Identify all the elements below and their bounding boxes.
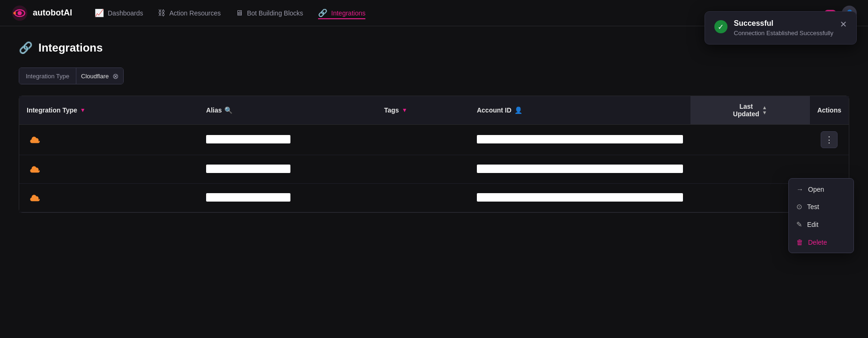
toast-success-icon: ✓ bbox=[714, 20, 727, 33]
action-resources-icon: ⛓ bbox=[158, 9, 165, 17]
page-title: Integrations bbox=[38, 41, 103, 54]
alias-redacted-3 bbox=[206, 193, 290, 202]
account-id-redacted-3 bbox=[477, 193, 683, 202]
filter-badge: Integration Type Cloudflare ⊗ bbox=[19, 68, 124, 84]
table-row bbox=[19, 184, 849, 212]
last-updated-sort-icon[interactable]: ▲ ▼ bbox=[762, 105, 767, 115]
dropdown-open-label: Open bbox=[808, 186, 824, 193]
account-id-person-icon: 👤 bbox=[514, 106, 522, 114]
open-icon: → bbox=[796, 185, 803, 193]
cloudflare-icon-2 bbox=[27, 162, 42, 177]
filter-type-label: Integration Type bbox=[19, 68, 76, 84]
table-row bbox=[19, 155, 849, 184]
th-integration-type-label: Integration Type bbox=[27, 106, 77, 114]
nav-item-dashboards[interactable]: 📈 Dashboards bbox=[95, 7, 143, 19]
dropdown-edit[interactable]: ✎ Edit bbox=[789, 216, 853, 233]
filter-value-text: Cloudflare bbox=[81, 73, 109, 80]
toast-close-button[interactable]: ✕ bbox=[840, 19, 847, 30]
svg-point-3 bbox=[14, 12, 16, 14]
page-content: 🔗 Integrations Integration Type Cloudfla… bbox=[0, 26, 868, 228]
svg-point-2 bbox=[18, 11, 22, 15]
th-actions: Actions bbox=[810, 96, 849, 125]
td-account-id-3 bbox=[469, 184, 690, 212]
td-alias-2 bbox=[199, 155, 377, 184]
integration-type-filter-icon[interactable]: ▼ bbox=[80, 107, 86, 113]
th-integration-type: Integration Type ▼ bbox=[19, 96, 199, 125]
td-integration-type-2 bbox=[19, 155, 199, 184]
dropdown-delete[interactable]: 🗑 Delete bbox=[789, 233, 853, 251]
integrations-icon: 🔗 bbox=[318, 8, 327, 17]
toast-message: Connection Established Successfully bbox=[734, 30, 833, 37]
nav-label-bot-building-blocks: Bot Building Blocks bbox=[247, 9, 303, 17]
kebab-menu-button-1[interactable]: ⋮ bbox=[821, 131, 838, 148]
cloudflare-icon-3 bbox=[27, 190, 42, 205]
dropdown-edit-label: Edit bbox=[807, 221, 818, 228]
integrations-table: Integration Type ▼ Alias 🔍 Tags ▼ bbox=[19, 96, 849, 213]
filter-value: Cloudflare ⊗ bbox=[76, 68, 123, 84]
alias-redacted-1 bbox=[206, 135, 290, 143]
td-tags-2 bbox=[377, 155, 469, 184]
alias-search-icon[interactable]: 🔍 bbox=[224, 106, 232, 114]
nav-label-dashboards: Dashboards bbox=[108, 9, 143, 17]
td-alias-3 bbox=[199, 184, 377, 212]
dropdown-test-label: Test bbox=[807, 203, 819, 210]
dropdown-open[interactable]: → Open bbox=[789, 180, 853, 198]
delete-icon: 🗑 bbox=[796, 238, 803, 246]
td-account-id-1 bbox=[469, 125, 690, 155]
dropdown-test[interactable]: ⊙ Test bbox=[789, 198, 853, 216]
table-row: ⋮ bbox=[19, 125, 849, 155]
td-tags-3 bbox=[377, 184, 469, 212]
dropdown-delete-label: Delete bbox=[808, 239, 827, 246]
dashboards-icon: 📈 bbox=[95, 8, 104, 17]
toast-title: Successful bbox=[734, 19, 833, 28]
filter-row: Integration Type Cloudflare ⊗ bbox=[19, 68, 849, 84]
context-dropdown-menu: → Open ⊙ Test ✎ Edit 🗑 Delete bbox=[788, 178, 854, 253]
th-last-updated: LastUpdated ▲ ▼ bbox=[690, 96, 810, 125]
alias-redacted-2 bbox=[206, 165, 290, 173]
nav-item-action-resources[interactable]: ⛓ Action Resources bbox=[158, 7, 221, 19]
table-header-row: Integration Type ▼ Alias 🔍 Tags ▼ bbox=[19, 96, 849, 125]
logo[interactable]: autobotAI bbox=[11, 5, 72, 22]
td-tags-1 bbox=[377, 125, 469, 155]
tags-filter-icon[interactable]: ▼ bbox=[402, 107, 408, 113]
toast-body: Successful Connection Established Succes… bbox=[734, 19, 833, 37]
td-last-updated-1 bbox=[690, 125, 810, 155]
nav-label-action-resources: Action Resources bbox=[169, 9, 221, 17]
filter-clear-button[interactable]: ⊗ bbox=[112, 72, 119, 81]
cloudflare-icon-1 bbox=[27, 132, 42, 147]
th-last-updated-label: LastUpdated bbox=[733, 103, 759, 118]
edit-icon: ✎ bbox=[796, 220, 802, 229]
th-tags-label: Tags bbox=[384, 106, 399, 114]
nav-item-integrations[interactable]: 🔗 Integrations bbox=[318, 7, 365, 19]
td-integration-type-3 bbox=[19, 184, 199, 212]
td-account-id-2 bbox=[469, 155, 690, 184]
td-integration-type-1 bbox=[19, 125, 199, 155]
th-account-id-label: Account ID bbox=[477, 106, 512, 114]
th-actions-label: Actions bbox=[817, 106, 841, 114]
th-account-id: Account ID 👤 bbox=[469, 96, 690, 125]
nav-label-integrations: Integrations bbox=[331, 9, 365, 17]
nav-item-bot-building-blocks[interactable]: 🖥 Bot Building Blocks bbox=[236, 7, 303, 19]
th-tags: Tags ▼ bbox=[377, 96, 469, 125]
th-alias-label: Alias bbox=[206, 106, 222, 114]
th-alias: Alias 🔍 bbox=[199, 96, 377, 125]
td-alias-1 bbox=[199, 125, 377, 155]
logo-text: autobotAI bbox=[33, 8, 72, 18]
account-id-redacted-2 bbox=[477, 165, 683, 173]
td-actions-1: ⋮ bbox=[810, 125, 849, 155]
test-icon: ⊙ bbox=[796, 203, 802, 211]
account-id-redacted-1 bbox=[477, 135, 683, 143]
toast-notification: ✓ Successful Connection Established Succ… bbox=[705, 11, 857, 45]
logo-icon bbox=[11, 5, 28, 22]
bot-building-blocks-icon: 🖥 bbox=[236, 9, 243, 17]
page-title-icon: 🔗 bbox=[19, 41, 33, 54]
